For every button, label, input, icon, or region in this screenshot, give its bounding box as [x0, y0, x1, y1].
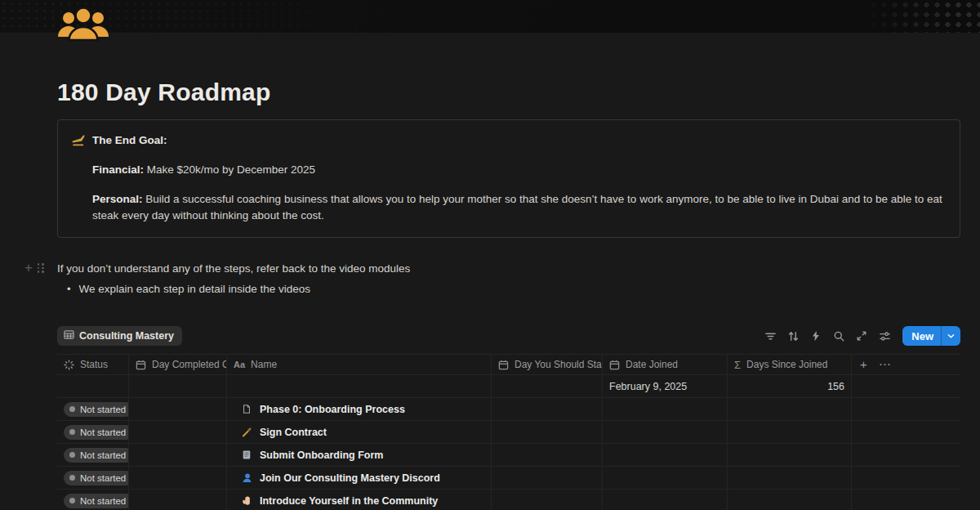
automation-icon[interactable] — [806, 326, 826, 346]
page-name-link[interactable]: Sign Contract — [260, 427, 327, 438]
day-completed-cell[interactable] — [129, 375, 227, 397]
column-header-label: Date Joined — [626, 359, 678, 370]
table-row: Not startedSign Contract — [57, 421, 960, 444]
search-icon[interactable] — [829, 326, 849, 346]
status-dot-icon — [69, 406, 75, 412]
page-cover-image — [0, 0, 980, 33]
bullet-dot: • — [67, 280, 71, 298]
column-header-label: Status — [80, 359, 108, 370]
view-tab-consulting-mastery[interactable]: Consulting Mastery — [57, 326, 182, 346]
column-header-days-since-joined[interactable]: ΣDays Since Joined — [728, 355, 852, 374]
day-start-cell[interactable] — [492, 375, 603, 397]
page-name-link[interactable]: Introduce Yourself in the Community — [260, 495, 438, 507]
status-label: Not started — [80, 496, 126, 506]
people-group-icon[interactable] — [57, 7, 109, 42]
add-block-icon[interactable]: + — [24, 262, 33, 275]
form-icon — [242, 450, 254, 460]
days-since-joined-cell[interactable] — [728, 490, 852, 510]
name-cell[interactable]: Submit Onboarding Form — [227, 444, 492, 466]
days-since-joined-cell[interactable] — [728, 398, 852, 420]
date-joined-cell[interactable] — [603, 421, 728, 443]
table-view-icon — [64, 329, 74, 342]
status-badge: Not started — [64, 425, 129, 440]
status-cell[interactable]: Not started — [57, 490, 129, 510]
status-badge: Not started — [64, 471, 129, 485]
row-trailing-cell — [852, 467, 960, 489]
table-body: February 9, 2025156Not startedPhase 0: O… — [57, 375, 960, 510]
date-joined-cell[interactable] — [603, 490, 728, 510]
column-header-name[interactable]: AaName — [227, 355, 492, 374]
date-joined-cell[interactable] — [603, 398, 728, 420]
personal-text: Build a successful coaching business tha… — [92, 193, 942, 221]
status-cell[interactable]: Not started — [57, 444, 129, 466]
status-cell[interactable]: Not started — [57, 421, 129, 443]
name-cell[interactable]: Sign Contract — [227, 421, 492, 443]
name-cell[interactable]: Introduce Yourself in the Community — [227, 490, 492, 510]
add-column-icon[interactable]: + — [860, 359, 867, 370]
name-cell[interactable]: Phase 0: Onboarding Process — [227, 398, 492, 420]
expand-icon[interactable] — [852, 326, 871, 346]
date-joined-cell[interactable]: February 9, 2025 — [603, 375, 728, 397]
day-start-cell[interactable] — [492, 421, 603, 443]
table-header-row: StatusDay Completed OnAaNameDay You Shou… — [57, 354, 960, 375]
callout-heading: The End Goal: — [92, 134, 167, 146]
page-name-link[interactable]: Phase 0: Onboarding Process — [260, 404, 405, 415]
day-start-cell[interactable] — [492, 467, 603, 489]
note-paragraph: + If you don’t understand any of the ste… — [57, 260, 960, 277]
page-icon — [242, 404, 254, 414]
name-cell[interactable] — [227, 375, 492, 397]
personal-label: Personal: — [92, 193, 143, 205]
calendar-icon — [498, 360, 509, 370]
days-since-joined-cell[interactable] — [728, 444, 852, 466]
name-cell[interactable]: Join Our Consulting Mastery Discord — [227, 467, 492, 489]
header-trailing-cell: +⋯ — [852, 355, 960, 374]
status-cell[interactable]: Not started — [57, 398, 129, 420]
block-hover-controls: + — [24, 262, 44, 275]
table-row: Not startedJoin Our Consulting Mastery D… — [57, 467, 960, 490]
date-joined-cell[interactable] — [603, 444, 728, 466]
days-since-joined-value: 156 — [827, 381, 844, 392]
days-since-joined-cell[interactable] — [728, 421, 852, 443]
day-completed-cell[interactable] — [129, 421, 227, 443]
day-start-cell[interactable] — [492, 398, 603, 420]
column-header-day-completed-on[interactable]: Day Completed On — [129, 355, 227, 374]
day-completed-cell[interactable] — [129, 490, 227, 510]
new-button[interactable]: New — [902, 326, 960, 346]
more-icon[interactable]: ⋯ — [879, 359, 891, 370]
page-name-link[interactable]: Join Our Consulting Mastery Discord — [260, 472, 440, 484]
status-label: Not started — [80, 450, 126, 460]
note-bullet-text: We explain each step in detail inside th… — [79, 280, 310, 298]
column-header-label: Day You Should Start — [514, 359, 603, 370]
day-completed-cell[interactable] — [129, 444, 227, 466]
page-title: 180 Day Roadmap — [57, 78, 960, 106]
column-header-label: Name — [251, 359, 277, 370]
chevron-down-icon[interactable] — [941, 326, 960, 346]
column-header-status[interactable]: Status — [57, 355, 129, 374]
days-since-joined-cell[interactable]: 156 — [728, 375, 852, 397]
callout-body: The End Goal: Financial: Make $20k/mo by… — [92, 132, 947, 224]
status-cell[interactable]: Not started — [57, 467, 129, 489]
status-cell[interactable] — [57, 375, 129, 397]
status-dot-icon — [69, 498, 75, 503]
page-name-link[interactable]: Submit Onboarding Form — [260, 450, 383, 461]
column-header-date-joined[interactable]: Date Joined — [603, 355, 728, 374]
date-joined-cell[interactable] — [603, 467, 728, 489]
date-joined-value: February 9, 2025 — [609, 381, 687, 392]
note-paragraph-text: If you don’t understand any of the steps… — [57, 262, 410, 275]
day-start-cell[interactable] — [492, 490, 603, 510]
drag-handle-icon[interactable] — [38, 263, 45, 273]
view-settings-icon[interactable] — [875, 326, 894, 346]
note-bullet: • We explain each step in detail inside … — [57, 280, 960, 298]
sort-icon[interactable] — [783, 326, 803, 346]
column-header-day-you-should-start[interactable]: Day You Should Start — [492, 355, 603, 374]
row-trailing-cell — [852, 444, 960, 466]
db-toolbar-actions: New — [760, 326, 960, 346]
filter-icon[interactable] — [760, 326, 780, 346]
day-completed-cell[interactable] — [129, 398, 227, 420]
day-completed-cell[interactable] — [129, 467, 227, 489]
days-since-joined-cell[interactable] — [728, 467, 852, 489]
status-badge: Not started — [64, 402, 129, 417]
status-badge: Not started — [64, 448, 129, 463]
day-start-cell[interactable] — [492, 444, 603, 466]
column-header-label: Days Since Joined — [746, 359, 827, 370]
